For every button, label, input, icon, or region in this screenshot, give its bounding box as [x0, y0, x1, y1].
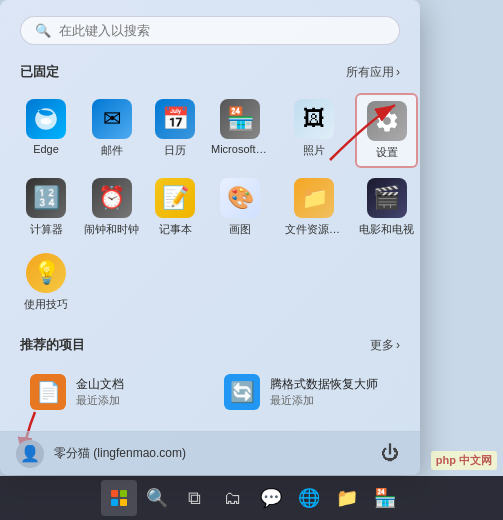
avatar: 👤	[16, 440, 44, 468]
search-input[interactable]	[59, 23, 385, 38]
tips-label: 使用技巧	[24, 297, 68, 312]
calendar-icon: 📅	[155, 99, 195, 139]
recommended-section: 推荐的项目 更多 › 📄金山文档最近添加🔄腾格式数据恢复大师最近添加	[20, 336, 400, 418]
recuva-rec-icon: 🔄	[224, 374, 260, 410]
windows-logo-icon	[111, 490, 127, 506]
movies-label: 电影和电视	[359, 222, 414, 237]
taskbar-icons: 🔍 ⧉ 🗂 💬 🌐 📁 🏪	[101, 480, 403, 516]
settings-label: 设置	[376, 145, 398, 160]
taskbar-taskview-icon[interactable]: ⧉	[177, 480, 213, 516]
recuva-sub: 最近添加	[270, 393, 378, 408]
files-icon: 📁	[294, 178, 334, 218]
watermark: php 中文网	[431, 451, 497, 470]
clock-label: 闹钟和时钟	[84, 222, 139, 237]
recommended-grid: 📄金山文档最近添加🔄腾格式数据恢复大师最近添加	[20, 366, 400, 418]
taskbar-explorer-icon[interactable]: 📁	[329, 480, 365, 516]
app-photos[interactable]: 🖼照片	[281, 93, 347, 168]
paint-icon: 🎨	[220, 178, 260, 218]
jinshan-rec-icon: 📄	[30, 374, 66, 410]
calc-label: 计算器	[30, 222, 63, 237]
search-icon: 🔍	[35, 23, 51, 38]
edge-icon	[26, 99, 66, 139]
chevron-more-icon: ›	[396, 338, 400, 352]
user-info[interactable]: 👤 零分猫 (lingfenmao.com)	[16, 440, 186, 468]
app-movies[interactable]: 🎬电影和电视	[355, 172, 418, 243]
pinned-section-header: 已固定 所有应用 ›	[20, 63, 400, 81]
clock-icon: ⏰	[92, 178, 132, 218]
notes-icon: 📝	[155, 178, 195, 218]
recommended-header: 推荐的项目 更多 ›	[20, 336, 400, 354]
taskbar-widgets-icon[interactable]: 🗂	[215, 480, 251, 516]
rec-item-jinshan[interactable]: 📄金山文档最近添加	[20, 366, 206, 418]
more-link[interactable]: 更多 ›	[370, 337, 400, 354]
taskbar-search-icon[interactable]: 🔍	[139, 480, 175, 516]
store-icon: 🏪	[220, 99, 260, 139]
notes-label: 记事本	[159, 222, 192, 237]
taskbar-store-icon[interactable]: 🏪	[367, 480, 403, 516]
photos-icon: 🖼	[294, 99, 334, 139]
app-edge[interactable]: Edge	[20, 93, 72, 168]
start-menu: 🔍 已固定 所有应用 › Edge✉邮件📅日历🏪Microsoft Store🖼…	[0, 0, 420, 475]
rec-item-recuva[interactable]: 🔄腾格式数据恢复大师最近添加	[214, 366, 400, 418]
settings-icon	[367, 101, 407, 141]
app-tips[interactable]: 💡使用技巧	[20, 247, 72, 318]
app-settings[interactable]: 设置	[355, 93, 418, 168]
app-files[interactable]: 📁文件资源管理器	[281, 172, 347, 243]
username: 零分猫 (lingfenmao.com)	[54, 445, 186, 462]
recuva-name: 腾格式数据恢复大师	[270, 376, 378, 393]
taskbar: 🔍 ⧉ 🗂 💬 🌐 📁 🏪	[0, 476, 503, 520]
app-calendar[interactable]: 📅日历	[151, 93, 199, 168]
paint-label: 画图	[229, 222, 251, 237]
store-label: Microsoft Store	[211, 143, 269, 155]
app-clock[interactable]: ⏰闹钟和时钟	[80, 172, 143, 243]
app-notes[interactable]: 📝记事本	[151, 172, 199, 243]
mail-icon: ✉	[92, 99, 132, 139]
edge-label: Edge	[33, 143, 59, 155]
app-store[interactable]: 🏪Microsoft Store	[207, 93, 273, 168]
calendar-label: 日历	[164, 143, 186, 158]
jinshan-name: 金山文档	[76, 376, 124, 393]
files-label: 文件资源管理器	[285, 222, 343, 237]
taskbar-chat-icon[interactable]: 💬	[253, 480, 289, 516]
taskbar-edge-icon[interactable]: 🌐	[291, 480, 327, 516]
app-paint[interactable]: 🎨画图	[207, 172, 273, 243]
search-bar[interactable]: 🔍	[20, 16, 400, 45]
user-bar: 👤 零分猫 (lingfenmao.com) ⏻	[0, 431, 420, 475]
power-button[interactable]: ⏻	[376, 440, 404, 468]
pinned-title: 已固定	[20, 63, 59, 81]
start-button[interactable]	[101, 480, 137, 516]
chevron-right-icon: ›	[396, 65, 400, 79]
app-calc[interactable]: 🔢计算器	[20, 172, 72, 243]
recommended-title: 推荐的项目	[20, 336, 85, 354]
movies-icon: 🎬	[367, 178, 407, 218]
power-icon: ⏻	[381, 443, 399, 464]
photos-label: 照片	[303, 143, 325, 158]
jinshan-sub: 最近添加	[76, 393, 124, 408]
mail-label: 邮件	[101, 143, 123, 158]
svg-point-0	[41, 118, 52, 125]
app-mail[interactable]: ✉邮件	[80, 93, 143, 168]
all-apps-link[interactable]: 所有应用 ›	[346, 64, 400, 81]
calc-icon: 🔢	[26, 178, 66, 218]
pinned-apps-grid: Edge✉邮件📅日历🏪Microsoft Store🖼照片设置🔢计算器⏰闹钟和时…	[20, 93, 400, 318]
tips-icon: 💡	[26, 253, 66, 293]
